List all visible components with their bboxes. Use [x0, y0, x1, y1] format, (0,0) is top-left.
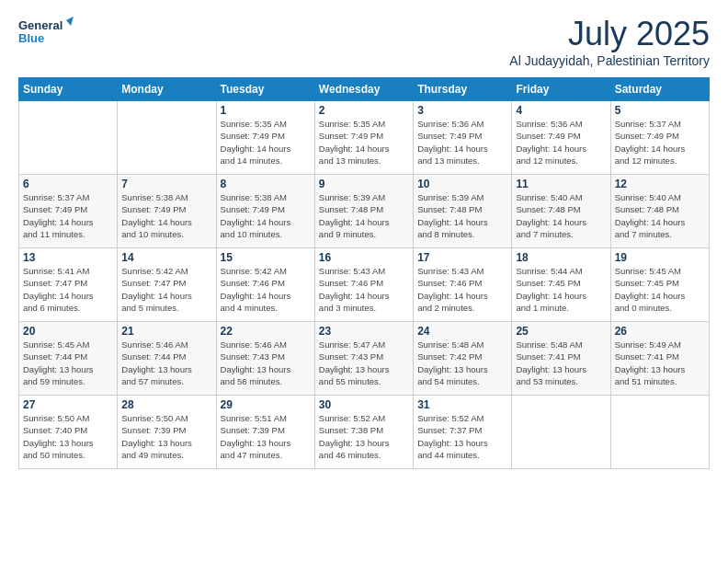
cell-info: Sunrise: 5:50 AM Sunset: 7:39 PM Dayligh… — [121, 412, 211, 461]
day-number: 9 — [319, 178, 409, 190]
calendar-cell: 4Sunrise: 5:36 AM Sunset: 7:49 PM Daylig… — [512, 101, 610, 175]
calendar-cell: 6Sunrise: 5:37 AM Sunset: 7:49 PM Daylig… — [19, 175, 118, 248]
calendar-cell: 15Sunrise: 5:42 AM Sunset: 7:46 PM Dayli… — [216, 248, 314, 322]
calendar-cell: 25Sunrise: 5:48 AM Sunset: 7:41 PM Dayli… — [512, 322, 610, 396]
day-number: 3 — [417, 104, 507, 117]
cell-info: Sunrise: 5:44 AM Sunset: 7:45 PM Dayligh… — [516, 265, 606, 314]
day-number: 5 — [615, 104, 705, 117]
calendar-body: 1Sunrise: 5:35 AM Sunset: 7:49 PM Daylig… — [19, 101, 710, 469]
cell-info: Sunrise: 5:37 AM Sunset: 7:49 PM Dayligh… — [615, 118, 705, 167]
day-header: Thursday — [414, 78, 512, 101]
cell-info: Sunrise: 5:43 AM Sunset: 7:46 PM Dayligh… — [319, 265, 409, 314]
calendar-cell: 26Sunrise: 5:49 AM Sunset: 7:41 PM Dayli… — [610, 322, 709, 396]
title-block: July 2025 Al Judayyidah, Palestinian Ter… — [509, 15, 710, 68]
cell-info: Sunrise: 5:51 AM Sunset: 7:39 PM Dayligh… — [221, 412, 311, 461]
calendar-cell — [610, 396, 709, 469]
cell-info: Sunrise: 5:52 AM Sunset: 7:37 PM Dayligh… — [417, 412, 507, 461]
day-header: Sunday — [19, 78, 118, 101]
cell-info: Sunrise: 5:42 AM Sunset: 7:46 PM Dayligh… — [221, 265, 311, 314]
calendar: SundayMondayTuesdayWednesdayThursdayFrid… — [18, 77, 710, 469]
day-number: 31 — [417, 398, 507, 411]
cell-info: Sunrise: 5:35 AM Sunset: 7:49 PM Dayligh… — [221, 118, 311, 167]
calendar-cell: 17Sunrise: 5:43 AM Sunset: 7:46 PM Dayli… — [414, 248, 512, 322]
calendar-cell — [512, 396, 610, 469]
calendar-week-row: 13Sunrise: 5:41 AM Sunset: 7:47 PM Dayli… — [19, 248, 710, 322]
calendar-cell: 31Sunrise: 5:52 AM Sunset: 7:37 PM Dayli… — [414, 396, 512, 469]
calendar-cell: 9Sunrise: 5:39 AM Sunset: 7:48 PM Daylig… — [314, 175, 413, 248]
calendar-cell: 8Sunrise: 5:38 AM Sunset: 7:49 PM Daylig… — [216, 175, 314, 248]
cell-info: Sunrise: 5:52 AM Sunset: 7:38 PM Dayligh… — [319, 412, 409, 461]
cell-info: Sunrise: 5:38 AM Sunset: 7:49 PM Dayligh… — [221, 191, 311, 240]
day-number: 28 — [121, 398, 211, 411]
calendar-cell: 5Sunrise: 5:37 AM Sunset: 7:49 PM Daylig… — [610, 101, 709, 175]
day-number: 25 — [516, 325, 606, 338]
day-number: 26 — [615, 325, 705, 338]
day-number: 21 — [121, 325, 211, 338]
day-header: Friday — [512, 78, 610, 101]
svg-text:General: General — [18, 18, 63, 32]
day-number: 19 — [615, 251, 705, 264]
calendar-cell: 18Sunrise: 5:44 AM Sunset: 7:45 PM Dayli… — [512, 248, 610, 322]
calendar-cell: 16Sunrise: 5:43 AM Sunset: 7:46 PM Dayli… — [314, 248, 413, 322]
calendar-cell: 10Sunrise: 5:39 AM Sunset: 7:48 PM Dayli… — [414, 175, 512, 248]
cell-info: Sunrise: 5:38 AM Sunset: 7:49 PM Dayligh… — [121, 191, 211, 240]
day-header: Wednesday — [314, 78, 413, 101]
calendar-cell: 11Sunrise: 5:40 AM Sunset: 7:48 PM Dayli… — [512, 175, 610, 248]
cell-info: Sunrise: 5:37 AM Sunset: 7:49 PM Dayligh… — [23, 191, 113, 240]
day-number: 18 — [516, 251, 606, 264]
cell-info: Sunrise: 5:50 AM Sunset: 7:40 PM Dayligh… — [23, 412, 113, 461]
calendar-week-row: 1Sunrise: 5:35 AM Sunset: 7:49 PM Daylig… — [19, 101, 710, 175]
day-number: 24 — [417, 325, 507, 338]
cell-info: Sunrise: 5:48 AM Sunset: 7:42 PM Dayligh… — [417, 339, 507, 387]
day-number: 15 — [221, 251, 311, 264]
cell-info: Sunrise: 5:48 AM Sunset: 7:41 PM Dayligh… — [516, 339, 606, 387]
svg-marker-2 — [66, 17, 74, 26]
day-number: 4 — [516, 104, 606, 117]
calendar-cell: 14Sunrise: 5:42 AM Sunset: 7:47 PM Dayli… — [118, 248, 216, 322]
calendar-cell: 2Sunrise: 5:35 AM Sunset: 7:49 PM Daylig… — [314, 101, 413, 175]
svg-text:Blue: Blue — [18, 31, 44, 45]
cell-info: Sunrise: 5:40 AM Sunset: 7:48 PM Dayligh… — [516, 191, 606, 240]
cell-info: Sunrise: 5:45 AM Sunset: 7:45 PM Dayligh… — [615, 265, 705, 314]
month-title: July 2025 — [509, 15, 710, 53]
day-number: 11 — [516, 178, 606, 190]
cell-info: Sunrise: 5:46 AM Sunset: 7:43 PM Dayligh… — [221, 339, 311, 387]
calendar-cell: 1Sunrise: 5:35 AM Sunset: 7:49 PM Daylig… — [216, 101, 314, 175]
cell-info: Sunrise: 5:39 AM Sunset: 7:48 PM Dayligh… — [417, 191, 507, 240]
calendar-cell: 23Sunrise: 5:47 AM Sunset: 7:43 PM Dayli… — [314, 322, 413, 396]
day-number: 13 — [23, 251, 113, 264]
cell-info: Sunrise: 5:46 AM Sunset: 7:44 PM Dayligh… — [121, 339, 211, 387]
subtitle: Al Judayyidah, Palestinian Territory — [509, 53, 710, 68]
page: General Blue July 2025 Al Judayyidah, Pa… — [0, 0, 728, 563]
calendar-week-row: 20Sunrise: 5:45 AM Sunset: 7:44 PM Dayli… — [19, 322, 710, 396]
cell-info: Sunrise: 5:42 AM Sunset: 7:47 PM Dayligh… — [121, 265, 211, 314]
cell-info: Sunrise: 5:39 AM Sunset: 7:48 PM Dayligh… — [319, 191, 409, 240]
calendar-week-row: 6Sunrise: 5:37 AM Sunset: 7:49 PM Daylig… — [19, 175, 710, 248]
day-number: 17 — [417, 251, 507, 264]
calendar-cell — [19, 101, 118, 175]
calendar-cell: 21Sunrise: 5:46 AM Sunset: 7:44 PM Dayli… — [118, 322, 216, 396]
calendar-cell: 20Sunrise: 5:45 AM Sunset: 7:44 PM Dayli… — [19, 322, 118, 396]
calendar-cell: 12Sunrise: 5:40 AM Sunset: 7:48 PM Dayli… — [610, 175, 709, 248]
calendar-cell: 3Sunrise: 5:36 AM Sunset: 7:49 PM Daylig… — [414, 101, 512, 175]
day-number: 23 — [319, 325, 409, 338]
calendar-cell — [118, 101, 216, 175]
cell-info: Sunrise: 5:41 AM Sunset: 7:47 PM Dayligh… — [23, 265, 113, 314]
day-number: 10 — [417, 178, 507, 190]
day-header: Saturday — [610, 78, 709, 101]
calendar-cell: 28Sunrise: 5:50 AM Sunset: 7:39 PM Dayli… — [118, 396, 216, 469]
cell-info: Sunrise: 5:47 AM Sunset: 7:43 PM Dayligh… — [319, 339, 409, 387]
cell-info: Sunrise: 5:40 AM Sunset: 7:48 PM Dayligh… — [615, 191, 705, 240]
day-header: Monday — [118, 78, 216, 101]
day-number: 22 — [221, 325, 311, 338]
day-number: 29 — [221, 398, 311, 411]
cell-info: Sunrise: 5:36 AM Sunset: 7:49 PM Dayligh… — [516, 118, 606, 167]
calendar-cell: 19Sunrise: 5:45 AM Sunset: 7:45 PM Dayli… — [610, 248, 709, 322]
calendar-week-row: 27Sunrise: 5:50 AM Sunset: 7:40 PM Dayli… — [19, 396, 710, 469]
calendar-cell: 24Sunrise: 5:48 AM Sunset: 7:42 PM Dayli… — [414, 322, 512, 396]
cell-info: Sunrise: 5:45 AM Sunset: 7:44 PM Dayligh… — [23, 339, 113, 387]
day-number: 12 — [615, 178, 705, 190]
cell-info: Sunrise: 5:49 AM Sunset: 7:41 PM Dayligh… — [615, 339, 705, 387]
cell-info: Sunrise: 5:35 AM Sunset: 7:49 PM Dayligh… — [319, 118, 409, 167]
calendar-cell: 27Sunrise: 5:50 AM Sunset: 7:40 PM Dayli… — [19, 396, 118, 469]
